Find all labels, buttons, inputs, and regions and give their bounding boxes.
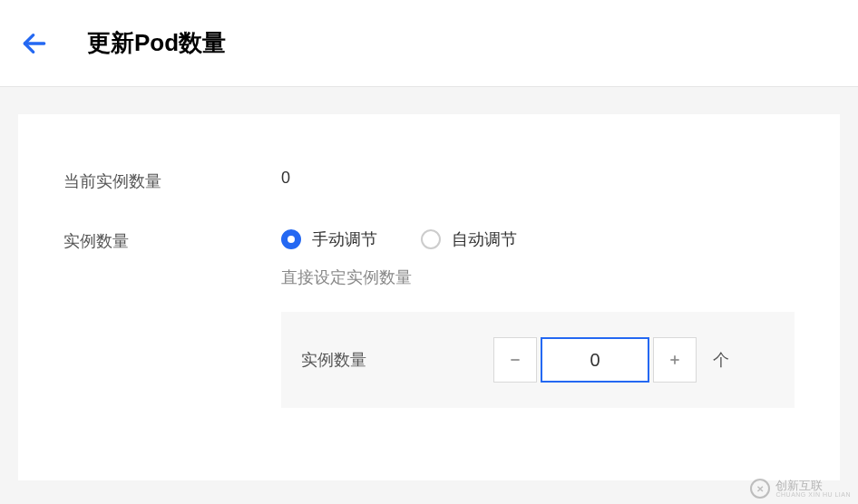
instance-count-input[interactable] <box>541 337 649 383</box>
radio-icon <box>421 229 441 249</box>
value-current-count: 0 <box>281 169 290 187</box>
page-header: 更新Pod数量 <box>0 0 858 87</box>
radio-label-auto: 自动调节 <box>452 228 517 250</box>
radio-label-manual: 手动调节 <box>312 228 377 250</box>
form-card: 当前实例数量 0 实例数量 手动调节 自动调节 直接设定实例数量 <box>18 114 840 480</box>
increment-button[interactable] <box>653 337 697 383</box>
label-instance-count: 实例数量 <box>63 228 281 252</box>
radio-icon <box>281 229 301 249</box>
decrement-button[interactable] <box>493 337 537 383</box>
page-title: 更新Pod数量 <box>87 27 226 59</box>
radio-auto[interactable]: 自动调节 <box>421 228 517 250</box>
helper-text: 直接设定实例数量 <box>281 267 795 288</box>
stepper-unit: 个 <box>713 349 729 371</box>
back-arrow-icon[interactable] <box>20 29 49 58</box>
watermark-subtext: CHUANG XIN HU LIAN <box>775 491 851 498</box>
row-instance-count: 实例数量 手动调节 自动调节 直接设定实例数量 实例数量 <box>63 228 795 408</box>
watermark: ✕ 创新互联 CHUANG XIN HU LIAN <box>750 479 851 499</box>
watermark-text: 创新互联 <box>775 480 851 491</box>
watermark-logo-icon: ✕ <box>750 479 770 499</box>
quantity-stepper: 个 <box>493 337 729 383</box>
row-current-count: 当前实例数量 0 <box>63 169 795 192</box>
stepper-container: 实例数量 个 <box>281 312 795 408</box>
content-wrapper: 当前实例数量 0 实例数量 手动调节 自动调节 直接设定实例数量 <box>0 87 858 504</box>
radio-manual[interactable]: 手动调节 <box>281 228 377 250</box>
adjust-mode-radio-group: 手动调节 自动调节 <box>281 228 795 250</box>
label-current-count: 当前实例数量 <box>63 169 281 192</box>
stepper-label: 实例数量 <box>301 349 366 371</box>
